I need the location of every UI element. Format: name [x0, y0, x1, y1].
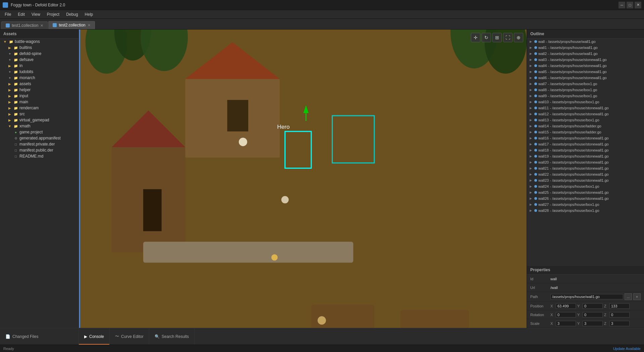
bottom-tab-curve-editor[interactable]: 〜Curve Editor	[110, 328, 149, 345]
tree-item-monarch[interactable]: ✦ 📁 monarch	[0, 75, 78, 81]
outline-item-6[interactable]: ▶ wall6 - /assets/props/house/stonewall1…	[527, 75, 644, 81]
menu-item-project[interactable]: Project	[44, 10, 63, 18]
menu-item-debug[interactable]: Debug	[63, 10, 81, 18]
outline-arrow-9: ▶	[530, 94, 533, 98]
menu-item-help[interactable]: Help	[82, 10, 97, 18]
outline-item-11[interactable]: ▶ wall11 - /assets/props/house/stonewall…	[527, 105, 644, 111]
bottom-tab-search-results[interactable]: 🔍Search Results	[149, 328, 195, 345]
scale-z-input[interactable]	[609, 321, 630, 326]
close-button[interactable]: ✕	[635, 2, 641, 8]
viewport-tool-move[interactable]: ✛	[471, 33, 480, 42]
tree-item-input[interactable]: ▶ 📁 input	[0, 93, 78, 99]
tab-test2[interactable]: test2.collection✕	[48, 21, 95, 29]
outline-label-20: wall20 - /assets/props/house/stonewall1.…	[538, 160, 609, 164]
tree-item-readme[interactable]: □ README.md	[0, 153, 78, 159]
outline-item-21[interactable]: ▶ wall21 - /assets/props/house/stonewall…	[527, 165, 644, 171]
tree-item-rendercam[interactable]: ▶ 📁 rendercam	[0, 105, 78, 111]
outline-item-3[interactable]: ▶ wall3 - /assets/props/house/stonewall1…	[527, 57, 644, 63]
tree-item-src[interactable]: ▶ 📁 src	[0, 111, 78, 117]
outline-item-19[interactable]: ▶ wall19 - /assets/props/house/stonewall…	[527, 153, 644, 159]
bottom-tab-changed-files[interactable]: 📄Changed Files	[0, 328, 79, 345]
outline-label-9: wall9 - /assets/props/house/box1.go	[538, 94, 597, 98]
scale-x-input[interactable]	[556, 321, 576, 326]
property-url-row: Url /wall	[527, 283, 644, 292]
outline-item-26[interactable]: ▶ wall26 - /assets/props/house/stonewall…	[527, 195, 644, 201]
tree-item-generated[interactable]: ⚙ generated.appmanifest	[0, 135, 78, 141]
tree-item-in[interactable]: ▶ 📁 in	[0, 63, 78, 69]
outline-item-9[interactable]: ▶ wall9 - /assets/props/house/box1.go	[527, 93, 644, 99]
tree-label-in: in	[19, 63, 22, 68]
scale-y-input[interactable]	[583, 321, 603, 326]
minimize-button[interactable]: ─	[619, 2, 625, 8]
outline-item-4[interactable]: ▶ wall4 - /assets/props/house/stonewall1…	[527, 63, 644, 69]
tree-item-ludobits[interactable]: ✦ 📁 ludobits	[0, 69, 78, 75]
path-input[interactable]	[550, 294, 623, 299]
outline-item-28[interactable]: ▶ wall28 - /assets/props/house/box1.go	[527, 208, 644, 214]
pos-x-label: X	[550, 304, 554, 308]
maximize-button[interactable]: □	[627, 2, 633, 8]
path-browse-button[interactable]: ...	[625, 293, 632, 300]
outline-item-25[interactable]: ▶ wall25 - /assets/props/house/stonewall…	[527, 189, 644, 195]
menu-item-file[interactable]: File	[1, 10, 14, 18]
tab-test1[interactable]: test1.collection✕	[1, 21, 48, 29]
viewport-tool-scale[interactable]: ⊞	[492, 33, 502, 42]
pos-y-input[interactable]	[583, 303, 603, 309]
viewport-tool-zoom[interactable]: ⊕	[514, 33, 523, 42]
outline-item-0[interactable]: ▶ wall - /assets/props/house/wall1.go	[527, 39, 644, 45]
tree-item-virtual-gamepad[interactable]: ▶ 📁 virtual_gamepad	[0, 117, 78, 123]
tree-item-helper[interactable]: ▶ 📁 helper	[0, 87, 78, 93]
viewport-tool-select[interactable]: ⛶	[503, 33, 513, 42]
outline-item-5[interactable]: ▶ wall5 - /assets/props/house/stonewall1…	[527, 69, 644, 75]
outline-item-2[interactable]: ▶ wall2 - /assets/props/house/wall1.go	[527, 51, 644, 57]
update-available-link[interactable]: Update Available	[613, 347, 641, 351]
pos-x-input[interactable]	[556, 303, 576, 309]
outline-item-14[interactable]: ▶ wall14 - /assets/props/house/ladder.go	[527, 123, 644, 129]
rot-y-input[interactable]	[583, 312, 603, 317]
outline-item-27[interactable]: ▶ wall27 - /assets/props/house/box1.go	[527, 201, 644, 208]
outline-item-7[interactable]: ▶ wall7 - /assets/props/house/box1.go	[527, 81, 644, 87]
tree-item-manifest-private[interactable]: □ manifest.private.der	[0, 141, 78, 147]
outline-item-13[interactable]: ▶ wall13 - /assets/props/house/box1.go	[527, 117, 644, 123]
viewport-tool-rotate[interactable]: ↻	[482, 33, 491, 42]
outline-item-23[interactable]: ▶ wall23 - /assets/props/house/stonewall…	[527, 177, 644, 183]
outline-dot-25	[534, 191, 537, 194]
outline-list[interactable]: ▶ wall - /assets/props/house/wall1.go ▶ …	[527, 39, 644, 265]
rot-x-input[interactable]	[556, 312, 576, 317]
tree-icon-manifest-private: □	[13, 142, 18, 146]
tree-item-xmath[interactable]: ▼ 📁 xmath	[0, 123, 78, 129]
outline-item-24[interactable]: ▶ wall24 - /assets/props/house/box1.go	[527, 183, 644, 189]
menu-item-edit[interactable]: Edit	[14, 10, 28, 18]
outline-arrow-27: ▶	[530, 203, 533, 206]
viewport[interactable]: ✛↻⊞⛶⊕	[80, 30, 527, 328]
path-extra-button[interactable]: +	[633, 293, 641, 300]
menu-item-view[interactable]: View	[28, 10, 44, 18]
tab-close-test1[interactable]: ✕	[40, 23, 43, 28]
pos-z-input[interactable]	[609, 303, 630, 309]
tree-item-battle-wagons[interactable]: ▼ 📁 battle-wagons	[0, 39, 78, 45]
outline-item-10[interactable]: ▶ wall10 - /assets/props/house/box1.go	[527, 99, 644, 105]
tree-item-manifest-public[interactable]: □ manifest.public.der	[0, 147, 78, 153]
outline-item-16[interactable]: ▶ wall16 - /assets/props/house/stonewall…	[527, 135, 644, 141]
outline-item-15[interactable]: ▶ wall15 - /assets/props/house/ladder.go	[527, 129, 644, 135]
tree-item-game-project[interactable]: ● game.project	[0, 129, 78, 135]
tree-item-defold-spine[interactable]: ✦ 📁 defold-spine	[0, 51, 78, 57]
outline-dot-17	[534, 143, 537, 145]
outline-item-8[interactable]: ▶ wall8 - /assets/props/house/box1.go	[527, 87, 644, 93]
tree-item-defsave[interactable]: ✦ 📁 defsave	[0, 57, 78, 63]
outline-item-20[interactable]: ▶ wall20 - /assets/props/house/stonewall…	[527, 159, 644, 165]
tree-item-main[interactable]: ▶ 📁 main	[0, 99, 78, 105]
tree-icon-defsave: 📁	[13, 57, 18, 62]
rot-y-label: Y	[577, 313, 581, 317]
pos-y-label: Y	[577, 304, 581, 308]
tree-item-assets[interactable]: ▶ 📁 assets	[0, 81, 78, 87]
outline-item-18[interactable]: ▶ wall18 - /assets/props/house/stonewall…	[527, 147, 644, 153]
outline-label-0: wall - /assets/props/house/wall1.go	[538, 40, 596, 44]
outline-item-1[interactable]: ▶ wall1 - /assets/props/house/wall1.go	[527, 45, 644, 51]
bottom-tab-console[interactable]: ▶Console	[79, 328, 110, 345]
outline-item-12[interactable]: ▶ wall12 - /assets/props/house/stonewall…	[527, 111, 644, 117]
tree-item-builtins[interactable]: ▶ 📁 builtins	[0, 45, 78, 51]
tab-close-test2[interactable]: ✕	[88, 23, 91, 27]
outline-item-17[interactable]: ▶ wall17 - /assets/props/house/stonewall…	[527, 141, 644, 147]
outline-item-22[interactable]: ▶ wall22 - /assets/props/house/stonewall…	[527, 171, 644, 177]
rot-z-input[interactable]	[609, 312, 630, 317]
